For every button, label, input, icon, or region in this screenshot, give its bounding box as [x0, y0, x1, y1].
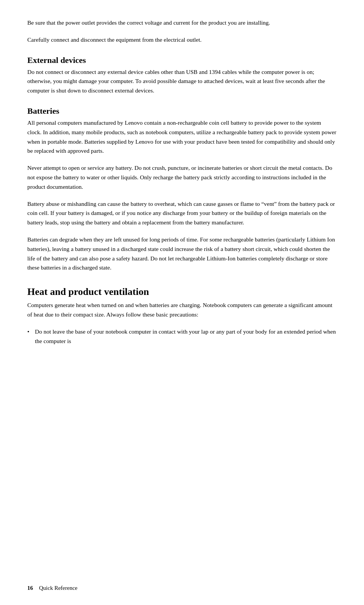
paragraph-batteries-degrade: Batteries can degrade when they are left… — [27, 235, 337, 273]
heading-heat-ventilation: Heat and product ventilation — [27, 286, 337, 298]
heading-external-devices: External devices — [27, 55, 337, 65]
paragraph-heat-intro: Computers generate heat when turned on a… — [27, 301, 337, 320]
bullet-notebook-lap: Do not leave the base of your notebook c… — [27, 327, 337, 346]
paragraph-batteries-service: Never attempt to open or service any bat… — [27, 163, 337, 191]
page-number: 16 — [27, 585, 33, 591]
paragraph-batteries-abuse: Battery abuse or mishandling can cause t… — [27, 199, 337, 227]
paragraph-batteries-intro: All personal computers manufactured by L… — [27, 118, 337, 156]
paragraph-power-outlet: Be sure that the power outlet provides t… — [27, 18, 337, 28]
paragraph-connect-disconnect: Carefully connect and disconnect the equ… — [27, 35, 337, 45]
paragraph-external-devices: Do not connect or disconnect any externa… — [27, 67, 337, 96]
page-content: Be sure that the power outlet provides t… — [0, 0, 364, 378]
page-footer: 16 Quick Reference — [27, 585, 337, 591]
heading-batteries: Batteries — [27, 106, 337, 116]
footer-label: Quick Reference — [39, 585, 77, 591]
